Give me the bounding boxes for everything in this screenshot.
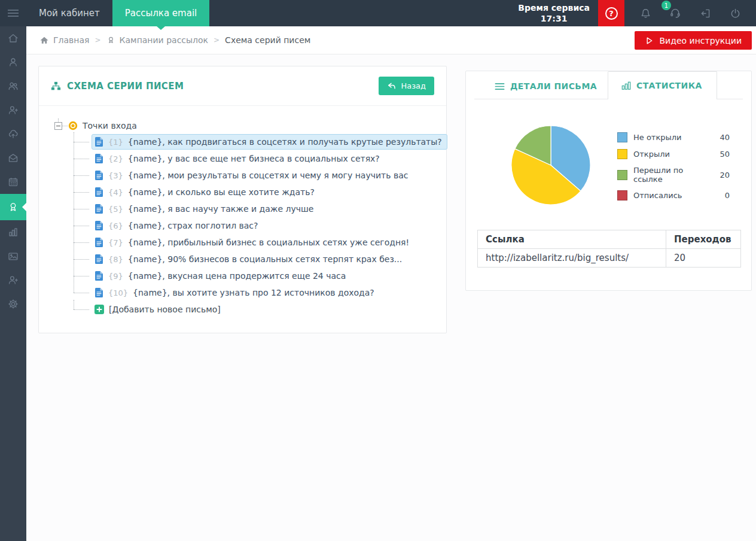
- schema-panel: СХЕМА СЕРИИ ПИСЕМ Назад Точки входа: [38, 66, 447, 333]
- breadcrumb-bar: Главная > Кампании рассылок > Схема сери…: [26, 26, 756, 54]
- email-item[interactable]: {6} {name}, страх поглотил вас?: [74, 217, 435, 234]
- power-icon: [729, 7, 742, 20]
- sidebar: [0, 26, 26, 541]
- email-number: {6}: [108, 221, 123, 230]
- play-icon: [645, 36, 654, 45]
- help-icon: ?: [605, 7, 618, 20]
- sidebar-item-statistics[interactable]: [0, 220, 26, 244]
- email-subject: {name}, страх поглотил вас?: [128, 221, 258, 230]
- sidebar-item-add-contact[interactable]: [0, 98, 26, 122]
- support-headset-icon: [669, 7, 682, 20]
- email-number: {4}: [108, 188, 123, 197]
- email-item[interactable]: {8} {name}, 90% бизнесов в социальных се…: [74, 251, 435, 268]
- sidebar-item-groups[interactable]: [0, 74, 26, 98]
- statistics-icon: [7, 226, 19, 238]
- list-icon: [495, 82, 505, 91]
- logout-button[interactable]: [690, 7, 720, 20]
- legend-item: Отписались 0: [617, 190, 730, 200]
- email-item[interactable]: {5} {name}, я вас научу также и даже луч…: [74, 200, 435, 217]
- back-button-label: Назад: [401, 81, 426, 90]
- calendar-icon: [7, 176, 19, 188]
- legend-swatch: [617, 132, 627, 142]
- email-subject: {name}, прибыльный бизнес в социальных с…: [128, 238, 409, 247]
- tab-statistics[interactable]: СТАТИСТИКА: [608, 71, 717, 99]
- back-button[interactable]: Назад: [379, 77, 434, 95]
- breadcrumb-campaigns[interactable]: Кампании рассылок: [106, 35, 209, 45]
- email-item[interactable]: {2} {name}, у вас все еще нет бизнеса в …: [74, 150, 435, 167]
- link-clicks-cell: 20: [666, 249, 741, 268]
- email-item[interactable]: {1} {name}, как продвигаться в соцсетях …: [74, 133, 435, 150]
- logout-icon: [699, 7, 712, 20]
- bar-chart-icon: [621, 81, 631, 90]
- sidebar-item-mail[interactable]: [0, 146, 26, 170]
- breadcrumb-label: Схема серий писем: [225, 35, 310, 45]
- email-item-inner: {9} {name}, вкусная цена продержится еще…: [92, 268, 351, 284]
- add-email-row[interactable]: [Добавить новое письмо]: [74, 301, 435, 318]
- email-item[interactable]: {9} {name}, вкусная цена продержится еще…: [74, 268, 435, 284]
- legend-label: Не открыли: [633, 133, 682, 142]
- email-list: {1} {name}, как продвигаться в соцсетях …: [74, 133, 435, 301]
- sidebar-item-campaigns[interactable]: [0, 194, 26, 220]
- tab-letter-details[interactable]: ДЕТАЛИ ПИСЬМА: [484, 74, 608, 99]
- home-icon: [39, 36, 49, 44]
- campaigns-icon: [7, 201, 19, 213]
- sidebar-item-images[interactable]: [0, 244, 26, 268]
- legend-value: 40: [720, 133, 730, 142]
- email-item-inner: {4} {name}, и сколько вы еще хотите ждат…: [92, 184, 320, 200]
- legend-item: Перешли по ссылке 20: [617, 166, 730, 184]
- home-icon: [7, 32, 19, 44]
- email-series-tree: Точки входа {1} {name}, как: [39, 106, 446, 329]
- legend-value: 50: [720, 150, 730, 159]
- email-number: {10}: [108, 288, 128, 297]
- email-item[interactable]: {3} {name}, мои результаты в соцсетях и …: [74, 167, 435, 184]
- email-subject: {name}, у вас все еще нет бизнеса в соци…: [128, 154, 380, 163]
- email-item-inner: {1} {name}, как продвигаться в соцсетях …: [92, 134, 447, 150]
- service-time-value: 17:31: [518, 13, 590, 24]
- collapse-expander-icon[interactable]: [54, 122, 62, 130]
- tree-root-row: Точки входа: [54, 118, 435, 133]
- menu-toggle-button[interactable]: [0, 0, 26, 26]
- email-doc-icon: [94, 136, 103, 147]
- sidebar-item-partners[interactable]: [0, 268, 26, 292]
- topbar-tab-my-cabinet[interactable]: Мой кабинет: [26, 0, 112, 26]
- email-subject: {name}, вы хотите узнать про 12 источник…: [133, 288, 374, 297]
- hamburger-icon: [8, 8, 19, 19]
- sidebar-item-home[interactable]: [0, 26, 26, 50]
- email-number: {3}: [108, 171, 123, 180]
- email-item-inner: {5} {name}, я вас научу также и даже луч…: [92, 201, 319, 217]
- sidebar-item-contacts[interactable]: [0, 50, 26, 74]
- video-instructions-button[interactable]: Видео инструкции: [635, 31, 752, 50]
- support-badge: 1: [662, 1, 671, 10]
- email-number: {8}: [108, 255, 123, 264]
- email-item[interactable]: {4} {name}, и сколько вы еще хотите ждат…: [74, 184, 435, 200]
- link-url-cell[interactable]: http://izabellaritz.ru/big_results/: [478, 249, 666, 268]
- breadcrumb-home[interactable]: Главная: [39, 35, 89, 45]
- email-number: {2}: [108, 154, 123, 163]
- clicks-column-header: Переходов: [666, 230, 741, 249]
- email-doc-icon: [94, 170, 103, 181]
- breadcrumb-separator: >: [214, 36, 220, 44]
- topbar-tab-label: Рассылка email: [125, 8, 197, 19]
- service-time: Время сервиса 17:31: [518, 0, 598, 26]
- email-doc-icon: [94, 254, 103, 265]
- power-button[interactable]: [720, 7, 750, 20]
- mail-icon: [7, 152, 19, 164]
- email-item[interactable]: {10} {name}, вы хотите узнать про 12 ист…: [74, 284, 435, 301]
- active-tab-notch: [157, 26, 165, 30]
- legend-value: 20: [720, 171, 730, 180]
- support-button[interactable]: 1: [660, 7, 690, 20]
- help-button[interactable]: ?: [598, 0, 624, 26]
- schema-panel-title: СХЕМА СЕРИИ ПИСЕМ: [51, 81, 184, 92]
- topbar-tab-email[interactable]: Рассылка email: [112, 0, 210, 26]
- breadcrumb: Главная > Кампании рассылок > Схема сери…: [39, 35, 310, 45]
- notifications-button[interactable]: [630, 7, 660, 20]
- email-number: {1}: [108, 138, 123, 147]
- campaigns-icon: [106, 35, 115, 45]
- sidebar-item-cloud-upload[interactable]: [0, 122, 26, 146]
- active-item-notch: [22, 203, 26, 211]
- links-table-header: Ссылка Переходов: [478, 230, 741, 249]
- email-item[interactable]: {7} {name}, прибыльный бизнес в социальн…: [74, 234, 435, 251]
- sidebar-item-calendar[interactable]: [0, 170, 26, 194]
- sidebar-item-settings[interactable]: [0, 292, 26, 316]
- links-column-header: Ссылка: [478, 230, 666, 249]
